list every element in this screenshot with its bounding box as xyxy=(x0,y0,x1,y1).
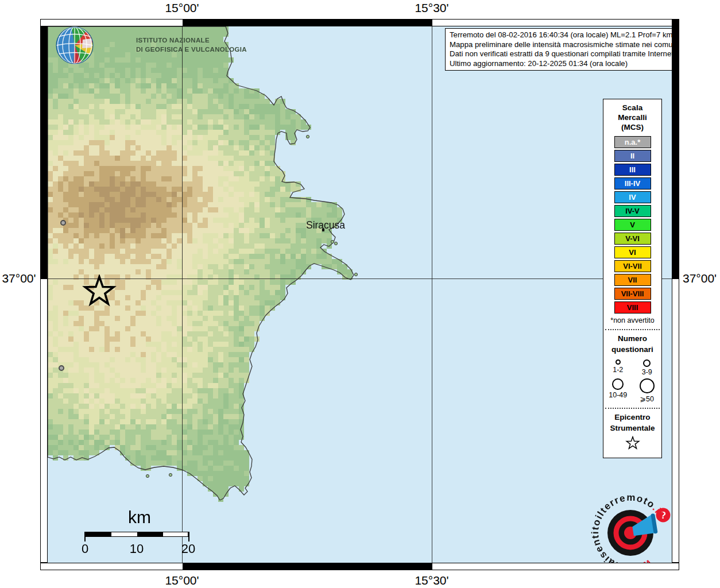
legend-chip-vi-vii: VI-VII xyxy=(614,260,651,272)
legend-chip-iv-v: IV-V xyxy=(614,205,651,217)
info-line-event: Terremoto del 08-02-2016 16:40:34 (ora l… xyxy=(450,30,672,40)
info-line-updated: Ultimo aggiornamento: 20-12-2025 01:34 (… xyxy=(450,59,672,69)
questionnaire-class: 3-9 xyxy=(633,357,662,376)
questionnaire-class-label: ⩾50 xyxy=(633,394,662,403)
legend-subtitle-line: Numero xyxy=(603,333,661,344)
info-line-map-type: Mappa preliminare delle intensità macros… xyxy=(450,40,672,50)
questionnaire-class: 10-49 xyxy=(603,376,633,403)
questionnaire-circle-icon xyxy=(640,378,655,393)
legend-chip-vii-viii: VII-VIII xyxy=(614,288,651,300)
map-frame-left xyxy=(40,26,48,563)
legend-title-line: Mercalli xyxy=(603,113,661,122)
scale-num-10: 10 xyxy=(124,541,149,556)
ingv-name: ISTITUTO NAZIONALE DI GEOFISICA E VULCAN… xyxy=(136,36,247,54)
legend-footnote: *non avvertito xyxy=(603,316,661,324)
questionnaire-class-label: 10-49 xyxy=(603,391,633,399)
ingv-globe-icon xyxy=(56,26,94,64)
legend-chip-vii: VII xyxy=(614,274,651,286)
legend-chip-vi: VI xyxy=(614,246,651,258)
terrain-canvas xyxy=(48,26,672,563)
scale-bar-unit: km xyxy=(111,508,168,527)
map-frame-top xyxy=(40,19,679,26)
map-frame-right xyxy=(672,26,679,563)
haisentitoilterremoto-logo: ? www.haisentitoilterremoto.it xyxy=(582,482,672,563)
questionnaire-dot xyxy=(59,365,64,371)
questionnaire-circle-icon xyxy=(616,359,621,365)
gridline-parallel-37-00 xyxy=(48,278,672,279)
legend-title-line: (MCS) xyxy=(603,122,661,132)
legend-chip-n-a-: n.a.* xyxy=(614,136,651,148)
map-frame-corner xyxy=(672,19,679,26)
legend-epicenter-title: Epicentro Strumentale xyxy=(603,412,661,434)
city-label-siracusa: Siracusa xyxy=(297,219,354,231)
questionnaire-dot xyxy=(60,220,66,226)
gridline-meridian-15-00 xyxy=(182,26,183,563)
axis-label-bottom-right: 15°30' xyxy=(406,574,458,587)
event-info-box: Terremoto del 08-02-2016 16:40:34 (ora l… xyxy=(445,28,672,71)
axis-label-bottom-left: 15°00' xyxy=(156,574,208,587)
questionnaire-class: 1-2 xyxy=(603,357,633,376)
legend-chip-v-vi: V-VI xyxy=(614,233,651,245)
legend-questionnaires-title: Numero questionari xyxy=(603,333,661,355)
questionnaire-class-label: 3-9 xyxy=(633,368,662,376)
scale-num-20: 20 xyxy=(176,541,201,556)
axis-label-right: 37°00' xyxy=(683,272,720,285)
questionnaire-class: ⩾50 xyxy=(633,376,662,403)
scale-bar-end-tick xyxy=(84,532,86,541)
questionnaire-circle-icon xyxy=(612,378,624,390)
map-frame-bottom xyxy=(40,563,679,570)
questionnaire-class-label: 1-2 xyxy=(603,366,633,374)
legend-subtitle-line: questionari xyxy=(603,344,661,355)
legend-panel: Scala Mercalli (MCS) n.a.*IIIIIIII-IVIVI… xyxy=(603,99,662,458)
city-marker xyxy=(322,229,324,231)
legend-subtitle-line: Epicentro xyxy=(603,412,661,423)
seismic-intensity-map-page: { "axis": { "top": ["15°00'", "15°30'"],… xyxy=(0,0,720,588)
legend-epicenter-star-icon xyxy=(625,436,640,451)
ingv-name-line2: DI GEOFISICA E VULCANOLOGIA xyxy=(136,45,247,55)
legend-chip-iii-iv: III-IV xyxy=(614,177,651,189)
legend-subtitle-line: Strumentale xyxy=(603,423,661,434)
axis-label-top-left: 15°00' xyxy=(156,1,208,15)
scale-bar xyxy=(85,532,188,537)
legend-chip-iii: III xyxy=(614,164,651,176)
questionnaire-circle-icon xyxy=(643,359,651,367)
epicenter-star-icon xyxy=(82,274,117,309)
legend-title-line: Scala xyxy=(603,103,661,113)
legend-intensity-chips: n.a.*IIIIIIII-IVIVIV-VVV-VIVIVI-VIIVIIVI… xyxy=(603,136,661,314)
legend-chip-v: V xyxy=(614,219,651,231)
legend-divider xyxy=(605,408,660,409)
map-area: ISTITUTO NAZIONALE DI GEOFISICA E VULCAN… xyxy=(48,26,672,563)
legend-chip-viii: VIII xyxy=(614,301,651,314)
scale-bar-end-tick xyxy=(188,532,189,541)
legend-divider xyxy=(605,329,660,330)
ingv-logo: ISTITUTO NAZIONALE DI GEOFISICA E VULCAN… xyxy=(55,26,296,67)
legend-chip-ii: II xyxy=(614,150,651,162)
legend-title: Scala Mercalli (MCS) xyxy=(603,103,661,132)
legend-chip-iv: IV xyxy=(614,191,651,203)
ingv-name-line1: ISTITUTO NAZIONALE xyxy=(136,36,247,45)
questionnaire-size-key: 1-23-910-49⩾50 xyxy=(603,357,661,403)
scale-num-0: 0 xyxy=(72,541,98,556)
axis-label-top-right: 15°30' xyxy=(406,1,458,15)
axis-label-left: 37°00' xyxy=(0,272,38,285)
info-line-data-note: Dati non verificati estratti da 9 questi… xyxy=(450,49,672,59)
gridline-meridian-15-30 xyxy=(432,26,432,563)
